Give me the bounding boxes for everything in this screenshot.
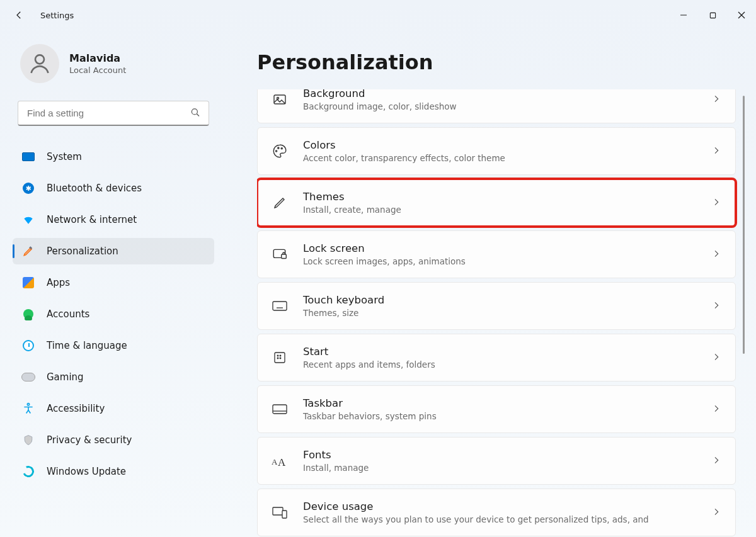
card-title: Themes [303,191,697,204]
apps-icon [21,276,35,290]
card-sub: Taskbar behaviors, system pins [303,411,697,421]
keyboard-icon [270,297,289,315]
sidebar-item-apps[interactable]: Apps [13,269,214,296]
window-title: Settings [40,11,74,20]
accessibility-icon [21,402,35,415]
sidebar-item-label: Accessibility [47,403,105,414]
card-taskbar[interactable]: Taskbar Taskbar behaviors, system pins [257,385,736,433]
card-sub: Recent apps and items, folders [303,359,697,370]
svg-line-6 [197,113,199,116]
start-icon [270,348,289,367]
card-start[interactable]: Start Recent apps and items, folders [257,334,736,382]
wifi-icon [21,213,35,227]
sidebar-item-label: Personalization [47,246,118,257]
system-icon [21,150,35,164]
card-themes[interactable]: Themes Install, create, manage [257,179,736,227]
device-icon [270,503,289,522]
sidebar-item-label: Time & language [47,340,127,351]
image-icon [270,90,289,109]
sidebar-item-system[interactable]: System [13,144,214,170]
card-title: Colors [303,139,697,152]
svg-point-9 [277,98,279,99]
svg-rect-14 [282,254,287,259]
update-icon [21,465,35,478]
card-fonts[interactable]: AA Fonts Install, manage [257,437,736,485]
card-sub: Accent color, transparency effects, colo… [303,153,697,163]
avatar [20,44,59,83]
account-name: Malavida [69,52,126,64]
sidebar-item-label: Privacy & security [47,434,132,446]
card-title: Start [303,346,697,359]
sidebar-item-bluetooth[interactable]: ✱ Bluetooth & devices [13,175,214,201]
svg-point-5 [192,108,197,114]
sidebar-item-label: Bluetooth & devices [47,183,142,194]
svg-rect-30 [273,507,283,515]
svg-rect-31 [282,511,287,518]
chevron-right-icon [711,197,721,209]
sidebar-item-accessibility[interactable]: Accessibility [13,395,214,422]
sidebar-item-time[interactable]: Time & language [13,332,214,359]
svg-point-23 [280,355,281,356]
sidebar-item-accounts[interactable]: Accounts [13,301,214,327]
card-sub: Background image, color, slideshow [303,101,697,111]
scrollbar[interactable] [742,96,745,536]
bluetooth-icon: ✱ [21,181,35,195]
svg-rect-15 [273,302,287,310]
card-title: Lock screen [303,242,697,256]
card-sub: Select all the ways you plan to use your… [303,514,697,524]
card-lockscreen[interactable]: Lock screen Lock screen images, apps, an… [257,230,736,278]
account-block[interactable]: Malavida Local Account [20,44,214,83]
card-sub: Themes, size [303,308,697,318]
page-title: Personalization [257,50,741,74]
card-sub: Install, create, manage [303,205,697,215]
scrollbar-thumb[interactable] [743,96,745,354]
svg-rect-1 [710,13,715,18]
chevron-right-icon [711,507,721,519]
card-sub: Install, manage [303,463,697,473]
svg-point-24 [277,358,278,359]
svg-point-10 [276,150,277,152]
sidebar-item-label: Apps [47,277,70,288]
chevron-right-icon [711,94,721,106]
fonts-icon: AA [270,451,289,470]
card-colors[interactable]: Colors Accent color, transparency effect… [257,127,736,175]
card-background[interactable]: Background Background image, color, slid… [257,89,736,123]
shield-icon [21,433,35,447]
gamepad-icon [21,370,35,384]
lockscreen-icon [270,245,289,264]
search-input[interactable] [18,101,209,125]
svg-point-22 [277,355,278,356]
sidebar-item-label: System [47,151,82,162]
paintbrush-icon [21,244,35,258]
chevron-right-icon [711,249,721,261]
card-title: Taskbar [303,397,697,410]
sidebar-item-label: Windows Update [47,466,126,477]
svg-point-25 [280,358,281,359]
card-sub: Lock screen images, apps, animations [303,256,697,266]
card-deviceusage[interactable]: Device usage Select all the ways you pla… [257,489,736,536]
card-title: Fonts [303,449,697,462]
search-box[interactable] [18,101,209,126]
card-touchkeyboard[interactable]: Touch keyboard Themes, size [257,282,736,330]
sidebar-nav: System ✱ Bluetooth & devices Network & i… [13,144,214,485]
maximize-button[interactable] [698,3,727,27]
palette-icon [270,142,289,161]
sidebar-item-network[interactable]: Network & internet [13,206,214,233]
close-button[interactable] [727,3,756,27]
svg-point-4 [35,55,44,64]
chevron-right-icon [711,455,721,467]
clock-icon [21,339,35,353]
sidebar-item-update[interactable]: Windows Update [13,458,214,485]
svg-point-11 [278,147,279,149]
svg-point-7 [27,404,29,405]
sidebar-item-gaming[interactable]: Gaming [13,364,214,390]
chevron-right-icon [711,145,721,157]
minimize-button[interactable] [669,3,698,27]
sidebar-item-privacy[interactable]: Privacy & security [13,427,214,453]
taskbar-icon [270,400,289,419]
sidebar-item-label: Accounts [47,308,89,320]
svg-rect-26 [273,405,287,414]
card-title: Background [303,89,697,101]
sidebar-item-personalization[interactable]: Personalization [13,238,214,264]
back-button[interactable] [13,9,25,21]
